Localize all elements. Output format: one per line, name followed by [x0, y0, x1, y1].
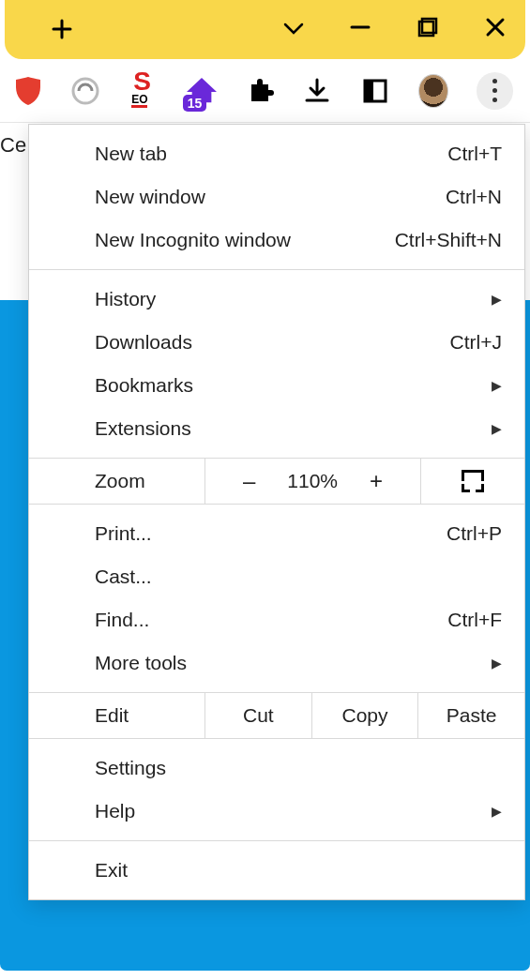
menu-print[interactable]: Print... Ctrl+P: [29, 512, 524, 555]
zoom-controls: – 110% +: [205, 459, 421, 504]
menu-label: Help: [95, 800, 492, 822]
submenu-arrow-icon: ▶: [492, 292, 502, 307]
menu-shortcut: Ctrl+F: [447, 609, 502, 631]
menu-label: Exit: [95, 859, 502, 882]
edit-cut-button[interactable]: Cut: [205, 693, 312, 738]
menu-label: Settings: [95, 757, 502, 779]
menu-new-incognito[interactable]: New Incognito window Ctrl+Shift+N: [29, 219, 524, 262]
menu-label: Find...: [95, 609, 447, 631]
zoom-out-button[interactable]: –: [235, 468, 263, 494]
zoom-value: 110%: [287, 470, 338, 492]
menu-shortcut: Ctrl+P: [447, 522, 502, 545]
edit-paste-button[interactable]: Paste: [418, 693, 524, 738]
profile-avatar[interactable]: [418, 76, 448, 106]
more-menu-button[interactable]: [477, 72, 513, 110]
menu-shortcut: Ctrl+Shift+N: [395, 229, 502, 251]
zoom-in-button[interactable]: +: [362, 468, 390, 494]
menu-new-tab[interactable]: New tab Ctrl+T: [29, 132, 524, 175]
extensions-puzzle-icon[interactable]: [245, 76, 275, 106]
maximize-button[interactable]: [416, 16, 439, 43]
browser-toolbar: S EO 15: [0, 59, 530, 123]
menu-new-window[interactable]: New window Ctrl+N: [29, 175, 524, 219]
menu-label: New tab: [95, 143, 447, 165]
page-content-fragment: Ce: [0, 124, 28, 158]
seo-ext-icon[interactable]: S EO: [129, 76, 159, 106]
submenu-arrow-icon: ▶: [492, 804, 502, 819]
svg-point-2: [73, 79, 98, 103]
extension-badge: 15: [183, 95, 207, 112]
submenu-arrow-icon: ▶: [492, 421, 502, 436]
submenu-arrow-icon: ▶: [492, 378, 502, 393]
menu-shortcut: Ctrl+N: [446, 186, 502, 208]
menu-more-tools[interactable]: More tools ▶: [29, 641, 524, 685]
menu-exit[interactable]: Exit: [29, 849, 524, 892]
minimize-button[interactable]: [349, 16, 371, 43]
menu-label: More tools: [95, 652, 492, 674]
shield-ext-icon[interactable]: [13, 76, 43, 106]
edit-label: Edit: [29, 693, 205, 738]
menu-label: New Incognito window: [95, 229, 395, 251]
browser-main-menu: New tab Ctrl+T New window Ctrl+N New Inc…: [28, 124, 525, 900]
tabs-dropdown-icon[interactable]: [283, 20, 304, 40]
menu-history[interactable]: History ▶: [29, 278, 524, 321]
edit-row: Edit Cut Copy Paste: [29, 692, 524, 739]
svg-rect-4: [365, 81, 373, 101]
menu-label: Print...: [95, 522, 447, 545]
menu-bookmarks[interactable]: Bookmarks ▶: [29, 364, 524, 407]
menu-label: Cast...: [95, 565, 502, 588]
menu-label: New window: [95, 186, 446, 208]
menu-label: History: [95, 288, 492, 310]
close-button[interactable]: [484, 16, 507, 43]
download-icon[interactable]: [302, 76, 332, 106]
fullscreen-icon: [462, 470, 484, 492]
zoom-label: Zoom: [29, 459, 205, 504]
menu-label: Extensions: [95, 417, 492, 440]
menu-downloads[interactable]: Downloads Ctrl+J: [29, 321, 524, 364]
menu-shortcut: Ctrl+T: [447, 143, 502, 165]
zoom-row: Zoom – 110% +: [29, 458, 524, 505]
menu-find[interactable]: Find... Ctrl+F: [29, 598, 524, 641]
menu-help[interactable]: Help ▶: [29, 790, 524, 833]
window-titlebar: [5, 0, 525, 59]
menu-extensions[interactable]: Extensions ▶: [29, 407, 524, 450]
similarweb-icon[interactable]: [71, 76, 101, 106]
new-tab-button[interactable]: [52, 14, 72, 46]
sidepanel-icon[interactable]: [360, 76, 390, 106]
menu-shortcut: Ctrl+J: [450, 331, 502, 354]
edit-copy-button[interactable]: Copy: [312, 693, 419, 738]
submenu-arrow-icon: ▶: [492, 656, 502, 671]
home-ext-icon[interactable]: 15: [187, 76, 217, 106]
menu-cast[interactable]: Cast...: [29, 555, 524, 598]
menu-label: Bookmarks: [95, 374, 492, 397]
menu-label: Downloads: [95, 331, 450, 354]
menu-settings[interactable]: Settings: [29, 746, 524, 790]
fullscreen-button[interactable]: [421, 459, 524, 504]
